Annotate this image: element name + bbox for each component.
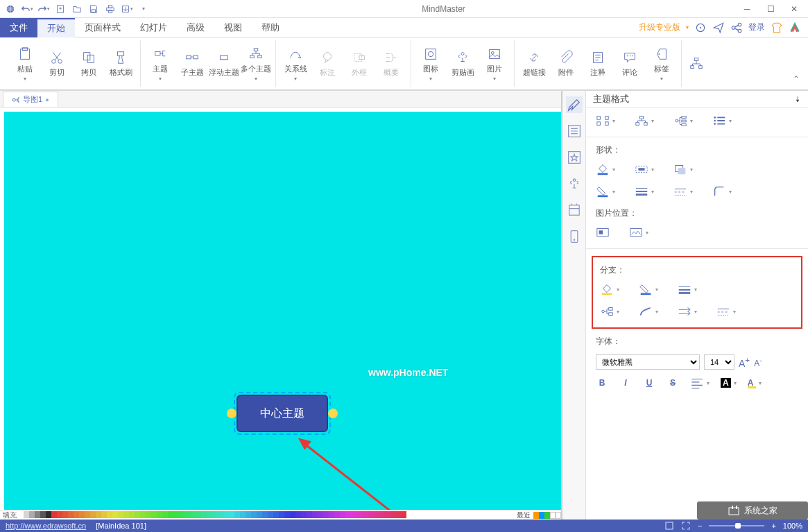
- branch-dash-icon[interactable]: ▾: [716, 305, 736, 318]
- palette-swatch[interactable]: [356, 511, 362, 518]
- palette-swatch[interactable]: [90, 511, 96, 518]
- palette-swatch[interactable]: [62, 511, 68, 518]
- imgpos-2-icon[interactable]: ▾: [629, 226, 648, 239]
- close-button[interactable]: ✕: [783, 1, 805, 17]
- sidetab-format-icon[interactable]: [566, 96, 583, 113]
- menu-pagestyle[interactable]: 页面样式: [75, 18, 130, 37]
- palette-swatch[interactable]: [362, 511, 368, 518]
- palette-swatch[interactable]: [24, 511, 29, 518]
- topic-handle-left[interactable]: [227, 409, 237, 418]
- qat-open-icon[interactable]: [69, 1, 85, 17]
- layout-radial-icon[interactable]: ▾: [596, 114, 615, 127]
- layout-tree-icon[interactable]: ▾: [673, 114, 693, 127]
- palette-swatch[interactable]: [290, 511, 295, 518]
- palette-swatch[interactable]: [368, 511, 373, 518]
- palette-swatch[interactable]: [101, 511, 107, 518]
- doc-tab-1[interactable]: 导图1 ●: [3, 92, 58, 107]
- note-button[interactable]: 注释: [583, 40, 613, 87]
- palette-swatch[interactable]: [168, 511, 173, 518]
- clipart-button[interactable]: 剪贴画: [447, 40, 478, 87]
- palette-swatch[interactable]: [373, 511, 379, 518]
- palette-swatch[interactable]: [257, 511, 262, 518]
- sidetab-task-icon[interactable]: [566, 202, 583, 218]
- subtopic-button[interactable]: 子主题: [177, 40, 207, 87]
- palette-swatch[interactable]: [279, 511, 284, 518]
- qat-save-icon[interactable]: [86, 1, 101, 17]
- palette-swatch[interactable]: [29, 511, 35, 518]
- italic-button[interactable]: I: [619, 378, 632, 388]
- palette-swatch[interactable]: [173, 511, 179, 518]
- branch-weight-icon[interactable]: ▾: [678, 283, 697, 295]
- palette-swatch[interactable]: [179, 511, 184, 518]
- menu-help[interactable]: 帮助: [252, 18, 289, 37]
- palette-swatch[interactable]: [240, 511, 246, 518]
- palette-swatch[interactable]: [57, 511, 62, 518]
- status-fullscreen-icon[interactable]: [681, 521, 691, 531]
- align-button[interactable]: ▾: [690, 377, 710, 389]
- picture-button[interactable]: 图片▾: [479, 40, 510, 87]
- palette-swatch[interactable]: [123, 511, 129, 518]
- orgchart-button[interactable]: [686, 40, 707, 87]
- palette-swatch[interactable]: [273, 511, 279, 518]
- palette-swatch[interactable]: [212, 511, 218, 518]
- palette-swatch[interactable]: [96, 511, 101, 518]
- sidetab-device-icon[interactable]: [566, 228, 583, 245]
- palette-swatch[interactable]: [184, 511, 190, 518]
- recent-swatch[interactable]: [550, 512, 556, 519]
- canvas[interactable]: www.pHome.NET 中心主题: [4, 112, 561, 510]
- border-dash-icon[interactable]: ▾: [673, 185, 693, 198]
- palette-swatch[interactable]: [345, 511, 351, 518]
- palette-swatch[interactable]: [251, 511, 257, 518]
- palette-swatch[interactable]: [329, 511, 334, 518]
- recent-swatch[interactable]: [556, 512, 561, 519]
- recent-swatch[interactable]: [539, 512, 544, 519]
- palette-swatch[interactable]: [196, 511, 201, 518]
- palette-swatch[interactable]: [312, 511, 318, 518]
- branch-fill-icon[interactable]: ▾: [600, 283, 619, 295]
- palette-swatch[interactable]: [140, 511, 146, 518]
- maximize-button[interactable]: ☐: [759, 1, 782, 17]
- branch-style-icon[interactable]: ▾: [600, 305, 619, 318]
- palette-swatch[interactable]: [340, 511, 345, 518]
- palette-swatch[interactable]: [318, 511, 323, 518]
- tag-button[interactable]: 标签▾: [646, 40, 677, 87]
- recent-swatch[interactable]: [544, 512, 550, 519]
- login-link[interactable]: 登录: [748, 22, 765, 33]
- qat-undo-icon[interactable]: ▾: [19, 1, 35, 17]
- highlight-button[interactable]: A▾: [748, 378, 762, 388]
- qat-redo-icon[interactable]: ▾: [36, 1, 51, 17]
- palette-swatch[interactable]: [207, 511, 212, 518]
- minimize-button[interactable]: ─: [736, 1, 758, 17]
- palette-swatch[interactable]: [334, 511, 340, 518]
- palette-swatch[interactable]: [135, 511, 140, 518]
- zoom-out-button[interactable]: −: [698, 522, 702, 530]
- palette-swatch[interactable]: [379, 511, 384, 518]
- palette-swatch[interactable]: [162, 511, 168, 518]
- menu-view[interactable]: 视图: [214, 18, 252, 37]
- border-color-icon[interactable]: ▾: [596, 185, 615, 198]
- palette-swatch[interactable]: [395, 511, 401, 518]
- central-topic[interactable]: 中心主题: [237, 395, 328, 432]
- palette-swatch[interactable]: [384, 511, 390, 518]
- palette-swatch[interactable]: [246, 511, 251, 518]
- paste-button[interactable]: 粘贴▾: [10, 40, 40, 87]
- relation-button[interactable]: 关系线▾: [280, 40, 311, 87]
- palette-swatch[interactable]: [223, 511, 229, 518]
- palette-swatch[interactable]: [301, 511, 307, 518]
- palette-swatch[interactable]: [201, 511, 207, 518]
- palette-swatch[interactable]: [157, 511, 162, 518]
- imgpos-1-icon[interactable]: [596, 226, 610, 239]
- hyperlink-button[interactable]: 超链接: [519, 40, 549, 87]
- sidetab-clipart-icon[interactable]: [566, 175, 583, 192]
- underline-button[interactable]: U: [643, 378, 655, 388]
- palette-swatch[interactable]: [284, 511, 290, 518]
- copy-button[interactable]: 拷贝: [74, 40, 104, 87]
- palette-swatch[interactable]: [40, 511, 46, 518]
- layout-org-icon[interactable]: ▾: [635, 114, 654, 127]
- cut-button[interactable]: 剪切: [42, 40, 72, 87]
- font-size-select[interactable]: 14: [704, 354, 734, 370]
- fill-color-icon[interactable]: ▾: [596, 163, 615, 175]
- qat-print-icon[interactable]: [103, 1, 118, 17]
- tshirt-icon[interactable]: [771, 22, 783, 34]
- menu-advanced[interactable]: 高级: [177, 18, 214, 37]
